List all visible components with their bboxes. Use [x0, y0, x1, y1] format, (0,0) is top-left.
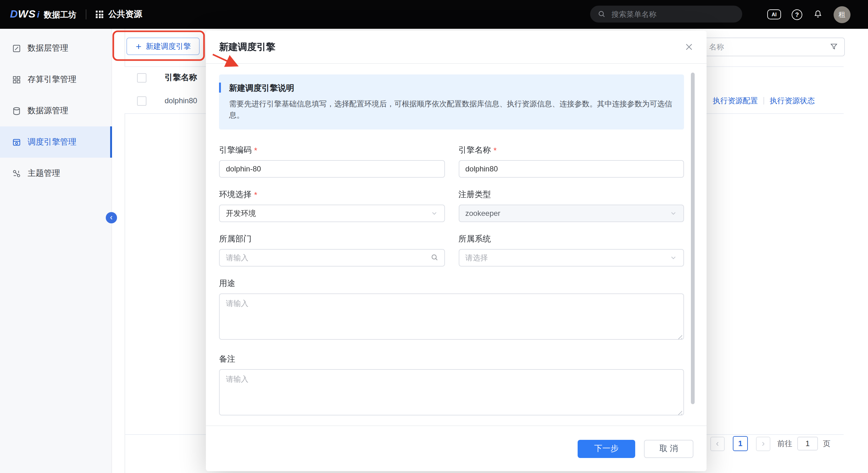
- field-engine-name: 引擎名称 *: [458, 145, 684, 178]
- environment-select[interactable]: 开发环境: [219, 204, 445, 222]
- sidebar-item-label: 数据源管理: [28, 105, 68, 116]
- page-number-button[interactable]: 1: [733, 436, 748, 451]
- new-schedule-engine-modal: 新建调度引擎 新建调度引擎说明 需要先进行引擎基础信息填写，选择配置环境后，可根…: [206, 31, 707, 471]
- theme-icon: [12, 168, 21, 178]
- menu-search-input[interactable]: [610, 9, 735, 19]
- search-icon: [430, 253, 438, 261]
- nav-public-resources[interactable]: 公共资源: [96, 9, 142, 20]
- engine-name-cell: dolphin80: [164, 96, 197, 105]
- register-type-label: 注册类型: [458, 189, 491, 200]
- engine-basic-form: 引擎编码 * 引擎名称 * 环境选择 *: [219, 145, 684, 278]
- ai-assistant-icon[interactable]: AI: [767, 9, 781, 20]
- nav-label: 公共资源: [108, 9, 142, 20]
- engine-name-label: 引擎名称: [458, 145, 491, 156]
- sidebar-item-label: 数据层管理: [28, 42, 68, 54]
- chevron-down-icon: [430, 210, 438, 217]
- menu-search[interactable]: [590, 6, 742, 23]
- chevron-left-icon: [715, 441, 720, 446]
- required-mark: *: [493, 146, 497, 155]
- help-icon[interactable]: ?: [792, 9, 802, 20]
- chevron-left-icon: [109, 215, 114, 220]
- app-root: DWS i 数据工坊 公共资源 AI ? 租 数据层管理 存算引擎管理: [0, 0, 868, 473]
- pagination: 1 前往 页: [710, 436, 831, 451]
- page-suffix-label: 页: [823, 438, 831, 449]
- sidebar-item-storage-engine[interactable]: 存算引擎管理: [0, 64, 112, 95]
- chevron-right-icon: [761, 441, 766, 446]
- goto-page-input[interactable]: [797, 437, 818, 450]
- close-icon: [685, 42, 693, 51]
- exec-resource-status-link[interactable]: 执行资源状态: [770, 95, 815, 106]
- cancel-button[interactable]: 取 消: [644, 440, 693, 458]
- sidebar-item-label: 调度引擎管理: [28, 136, 76, 148]
- field-environment: 环境选择 * 开发环境: [219, 189, 445, 222]
- create-schedule-engine-button[interactable]: 新建调度引擎: [126, 37, 199, 55]
- remark-textarea[interactable]: [219, 369, 684, 415]
- field-department: 所属部门: [219, 233, 445, 266]
- next-page-button[interactable]: [756, 436, 770, 451]
- apps-grid-icon: [96, 11, 103, 18]
- sidebar-item-label: 存算引擎管理: [28, 74, 76, 85]
- system-select[interactable]: 请选择: [458, 249, 684, 266]
- logo-i: i: [37, 9, 39, 20]
- environment-label: 环境选择: [219, 189, 252, 200]
- info-alert: 新建调度引擎说明 需要先进行引擎基础信息填写，选择配置环境后，可根据顺序依次配置…: [219, 74, 684, 129]
- engine-code-label: 引擎编码: [219, 145, 252, 156]
- avatar[interactable]: 租: [834, 6, 850, 23]
- modal-footer: 下一步 取 消: [206, 425, 707, 471]
- top-bar: DWS i 数据工坊 公共资源 AI ? 租: [0, 0, 868, 29]
- search-icon: [598, 10, 606, 18]
- register-type-value: zookeeper: [465, 209, 500, 218]
- alert-title: 新建调度引擎说明: [229, 83, 674, 94]
- select-all-checkbox[interactable]: [137, 73, 147, 82]
- sidebar-item-theme[interactable]: 主题管理: [0, 158, 112, 189]
- engine-name-input[interactable]: [458, 160, 684, 178]
- modal-body: 新建调度引擎说明 需要先进行引擎基础信息填写，选择配置环境后，可根据顺序依次配置…: [206, 64, 707, 425]
- purpose-textarea[interactable]: [219, 293, 684, 340]
- header-actions: AI ? 租: [767, 0, 850, 29]
- department-input[interactable]: [219, 249, 445, 266]
- engine-code-input[interactable]: [219, 160, 445, 178]
- modal-header: 新建调度引擎: [206, 31, 707, 64]
- exec-resource-config-link[interactable]: 执行资源配置: [713, 95, 758, 106]
- remark-label: 备注: [219, 353, 235, 365]
- filter-text: 名称: [709, 42, 724, 53]
- prev-page-button[interactable]: [710, 436, 725, 451]
- sidebar-item-data-layer[interactable]: 数据层管理: [0, 33, 112, 64]
- header-divider: [86, 9, 86, 20]
- required-mark: *: [254, 190, 257, 199]
- data-layer-icon: [12, 43, 21, 53]
- schedule-engine-icon: [12, 137, 21, 147]
- modal-scrollbar-thumb[interactable]: [691, 72, 695, 404]
- storage-engine-icon: [12, 75, 21, 84]
- row-actions: 执行资源配置 执行资源状态: [713, 88, 815, 113]
- purpose-label: 用途: [219, 278, 235, 289]
- system-label: 所属系统: [458, 233, 491, 245]
- product-name: 数据工坊: [44, 9, 76, 21]
- goto-label: 前往: [777, 438, 792, 449]
- field-register-type: 注册类型 zookeeper: [458, 189, 684, 222]
- chevron-down-icon: [670, 210, 677, 217]
- sidebar-item-label: 主题管理: [28, 168, 60, 179]
- sidebar-item-schedule-engine[interactable]: 调度引擎管理: [0, 126, 112, 158]
- actions-divider: [764, 97, 764, 104]
- bell-icon[interactable]: [813, 9, 823, 20]
- field-purpose: 用途: [219, 278, 684, 342]
- sidebar-collapse-button[interactable]: [106, 212, 117, 223]
- alert-description: 需要先进行引擎基础信息填写，选择配置环境后，可根据顺序依次配置数据库信息、执行资…: [229, 98, 674, 121]
- field-remark: 备注: [219, 353, 684, 418]
- field-system: 所属系统 请选择: [458, 233, 684, 266]
- department-label: 所属部门: [219, 233, 252, 245]
- column-header-engine-name: 引擎名称: [164, 72, 197, 83]
- sidebar-item-datasource[interactable]: 数据源管理: [0, 95, 112, 126]
- modal-title: 新建调度引擎: [219, 41, 275, 53]
- next-step-button[interactable]: 下一步: [578, 440, 635, 458]
- required-mark: *: [254, 146, 257, 155]
- app-logo: DWS i 数据工坊: [10, 8, 76, 21]
- modal-close-button[interactable]: [685, 42, 693, 51]
- register-type-select: zookeeper: [458, 204, 684, 222]
- engine-name-filter-input[interactable]: 名称: [686, 37, 845, 56]
- sidebar: 数据层管理 存算引擎管理 数据源管理 调度引擎管理 主题管理: [0, 29, 112, 473]
- filter-funnel-icon[interactable]: [830, 42, 838, 51]
- system-placeholder: 请选择: [465, 252, 488, 263]
- row-checkbox[interactable]: [137, 96, 147, 105]
